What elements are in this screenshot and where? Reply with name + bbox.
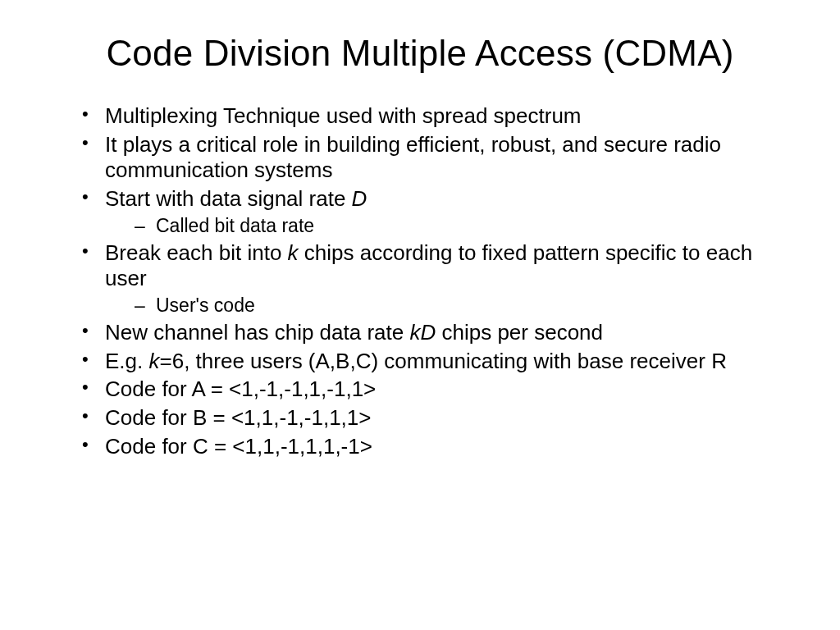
- sub-list-item: User's code: [135, 294, 791, 317]
- text: E.g.: [105, 349, 148, 373]
- sub-list: Called bit data rate: [105, 214, 791, 238]
- list-item: E.g. k=6, three users (A,B,C) communicat…: [82, 349, 791, 375]
- list-item: Code for A = <1,-1,-1,1,-1,1>: [82, 377, 791, 403]
- text: Start with data signal rate: [105, 186, 352, 211]
- list-item: Break each bit into k chips according to…: [82, 240, 791, 317]
- list-item: New channel has chip data rate kD chips …: [82, 320, 791, 346]
- slide-title: Code Division Multiple Access (CDMA): [49, 33, 791, 74]
- text: Break each bit into: [105, 240, 288, 265]
- list-item: Code for B = <1,1,-1,-1,1,1>: [82, 405, 791, 431]
- text: chips per second: [436, 320, 603, 345]
- list-item: Start with data signal rate D Called bit…: [82, 186, 791, 237]
- text: =6, three users (A,B,C) communicating wi…: [159, 349, 726, 373]
- text-italic: kD: [409, 320, 436, 345]
- list-item: Multiplexing Technique used with spread …: [82, 103, 791, 130]
- text-italic: D: [352, 186, 368, 211]
- text: New channel has chip data rate: [105, 320, 409, 345]
- text-italic: k: [148, 349, 159, 373]
- bullet-list: Multiplexing Technique used with spread …: [49, 103, 791, 459]
- list-item: Code for C = <1,1,-1,1,1,-1>: [82, 434, 791, 460]
- text-italic: k: [288, 240, 299, 265]
- sub-list: User's code: [105, 294, 791, 317]
- sub-list-item: Called bit data rate: [135, 214, 791, 238]
- list-item: It plays a critical role in building eff…: [82, 132, 791, 184]
